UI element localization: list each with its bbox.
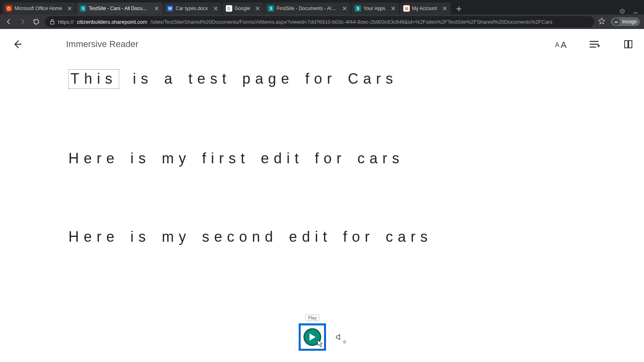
- url-input[interactable]: https://citizenbuilders.sharepoint.com/s…: [45, 16, 594, 27]
- playback-controls: Play: [0, 323, 644, 351]
- lock-icon: [50, 19, 55, 25]
- current-word-highlight: This: [68, 69, 119, 89]
- gear-icon: [342, 339, 347, 344]
- close-icon[interactable]: [442, 6, 448, 11]
- favicon: O: [6, 5, 12, 12]
- bookmark-icon[interactable]: [598, 17, 605, 26]
- reading-preferences-button[interactable]: [621, 37, 636, 51]
- paragraph-1-rest: is a test page for Cars: [122, 70, 398, 87]
- close-icon[interactable]: [390, 6, 396, 11]
- incognito-icon: [613, 18, 620, 25]
- voice-settings-button[interactable]: [334, 331, 345, 343]
- svg-point-3: [615, 22, 616, 23]
- tab-car-types-docx[interactable]: W Car types.docx: [163, 2, 221, 14]
- play-tooltip: Play: [305, 315, 319, 321]
- favicon: W: [167, 5, 173, 12]
- favicon: S: [80, 5, 86, 12]
- url-scheme: https://: [58, 19, 74, 25]
- immersive-reader-toolbar: Immersive Reader AA: [0, 36, 644, 52]
- document-content: This is a test page for Cars Here is my …: [68, 69, 620, 306]
- favicon: S: [355, 5, 361, 12]
- close-icon[interactable]: [213, 6, 219, 11]
- svg-text:A: A: [561, 40, 567, 49]
- text-preferences-button[interactable]: AA: [554, 37, 568, 51]
- svg-rect-8: [629, 41, 632, 48]
- immersive-reader-title: Immersive Reader: [66, 39, 138, 49]
- incognito-indicator[interactable]: Incogn: [611, 17, 640, 26]
- paragraph-2: Here is my first edit for cars: [68, 149, 620, 167]
- close-icon[interactable]: [67, 6, 72, 11]
- favicon: G: [226, 5, 232, 12]
- paragraph-1: This is a test page for Cars: [68, 69, 620, 89]
- back-button[interactable]: [4, 17, 14, 27]
- grammar-options-button[interactable]: [588, 37, 602, 51]
- svg-point-4: [616, 22, 617, 23]
- page-viewport: Immersive Reader AA This is a test page …: [0, 29, 644, 362]
- tab-your-apps[interactable]: S Your Apps: [351, 2, 399, 14]
- svg-text:A: A: [555, 41, 559, 48]
- url-path: /sites/TestSite/Shared%20Documents/Forms…: [151, 19, 553, 25]
- svg-point-9: [344, 341, 345, 343]
- reload-button[interactable]: [31, 17, 41, 27]
- tab-title: My Account: [412, 6, 437, 11]
- close-icon[interactable]: [342, 6, 347, 11]
- new-tab-button[interactable]: [453, 3, 464, 14]
- tab-title: TestSite - Cars - All Documents: [89, 6, 149, 11]
- svg-rect-7: [625, 41, 628, 48]
- address-bar: https://citizenbuilders.sharepoint.com/s…: [0, 14, 644, 29]
- paragraph-3: Here is my second edit for cars: [68, 228, 620, 246]
- extensions-icon[interactable]: [619, 8, 625, 14]
- close-icon[interactable]: [154, 6, 159, 11]
- tab-testsite-cars[interactable]: S TestSite - Cars - All Documents: [76, 2, 163, 14]
- tab-title: Microsoft Office Home: [14, 6, 62, 11]
- minimize-icon[interactable]: [633, 8, 638, 14]
- close-icon[interactable]: [255, 6, 260, 11]
- tab-firstsite-documents[interactable]: S FirstSite - Documents - All Docu…: [264, 2, 351, 14]
- svg-point-1: [622, 11, 623, 12]
- incognito-label: Incogn: [622, 19, 637, 25]
- window-controls: [619, 8, 644, 14]
- exit-reader-button[interactable]: [10, 36, 26, 52]
- favicon: S: [268, 5, 274, 12]
- play-icon: [303, 328, 321, 346]
- tab-google[interactable]: G Google: [223, 2, 264, 14]
- tab-strip: O Microsoft Office Home S TestSite - Car…: [0, 0, 644, 14]
- tab-title: Google: [235, 6, 250, 11]
- browser-chrome: O Microsoft Office Home S TestSite - Car…: [0, 0, 644, 29]
- play-button[interactable]: [299, 323, 326, 351]
- tab-title: Your Apps: [363, 6, 385, 11]
- tab-title: Car types.docx: [175, 6, 208, 11]
- tab-my-account[interactable]: ⊞ My Account: [400, 2, 451, 14]
- tab-title: FirstSite - Documents - All Docu…: [277, 6, 337, 11]
- favicon: ⊞: [403, 5, 410, 12]
- url-host: citizenbuilders.sharepoint.com: [77, 19, 147, 25]
- tab-office-home[interactable]: O Microsoft Office Home: [2, 2, 76, 14]
- svg-rect-2: [51, 21, 54, 24]
- forward-button[interactable]: [18, 17, 27, 27]
